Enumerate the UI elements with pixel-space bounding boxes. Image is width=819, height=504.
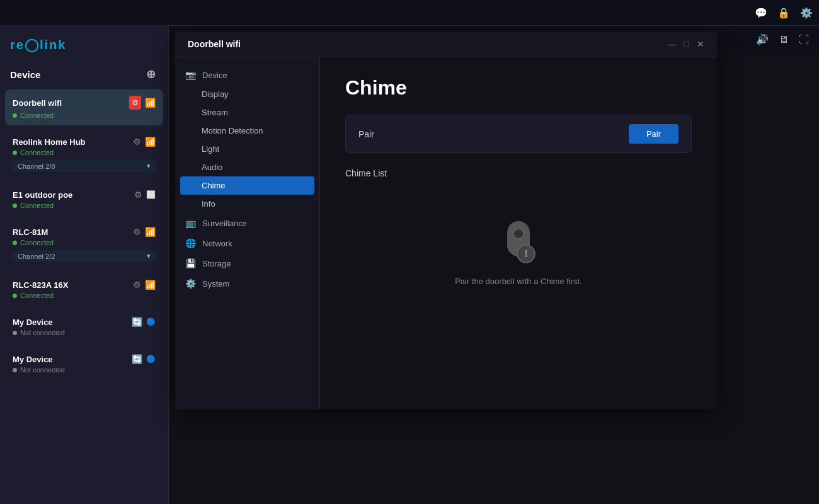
gear-icon[interactable]: ⚙️	[800, 7, 813, 19]
status-dot-e1	[13, 203, 17, 208]
gear-icon-e1[interactable]: ⚙	[134, 190, 142, 200]
refresh-icon-mydevice1[interactable]: 🔄	[132, 317, 142, 327]
nav-section-storage-label: Storage	[202, 259, 231, 268]
channel-select-hub[interactable]: Channel 2/8 ▾	[13, 160, 156, 172]
status-dot-doorbell	[13, 113, 17, 118]
window-controls: — □ ✕	[668, 39, 704, 49]
device-name-e1: E1 outdoor poe	[13, 190, 72, 200]
channel-label-rlc81m: Channel 2/2	[18, 253, 55, 260]
nav-section-surveillance[interactable]: 📺 Surveillance	[175, 213, 319, 233]
dialog: Doorbell wifi — □ ✕ 📷 Device	[175, 32, 717, 410]
device-name-doorbell: Doorbell wifi	[13, 98, 62, 108]
nav-item-chime[interactable]: Chime	[180, 176, 314, 195]
channel-label-hub: Channel 2/8	[18, 163, 55, 170]
top-bar-icons: 💬 🔒 ⚙️	[755, 7, 813, 19]
nav-section-device[interactable]: 📷 Device	[175, 65, 319, 85]
gear-icon-rlc823a[interactable]: ⚙	[133, 280, 141, 290]
add-device-button[interactable]: ⊕	[143, 67, 158, 82]
channel-select-rlc81m[interactable]: Channel 2/2 ▾	[13, 250, 156, 262]
app-logo: re◯link	[0, 25, 168, 62]
device-icons-hub: ⚙ 📶	[133, 137, 156, 147]
device-icons-rlc823a: ⚙ 📶	[133, 280, 156, 290]
nav-item-info[interactable]: Info	[175, 195, 319, 213]
signal-icon-doorbell: 📶	[145, 98, 156, 108]
signal-icon-hub: 📶	[145, 137, 156, 147]
status-dot-mydevice1	[13, 331, 17, 335]
maximize-button[interactable]: □	[684, 39, 689, 49]
minimize-button[interactable]: —	[668, 39, 677, 49]
pair-button[interactable]: Pair	[629, 124, 679, 144]
device-item-e1[interactable]: E1 outdoor poe ⚙ ⬜ Connected	[5, 183, 163, 215]
content-title: Chime	[345, 76, 692, 100]
device-item-mydevice2[interactable]: My Device 🔄 🔵 Not connected	[5, 348, 163, 380]
gear-icon-rlc81m[interactable]: ⚙	[133, 227, 141, 237]
signal-icon-rlc81m: 📶	[145, 227, 156, 237]
status-dot-rlc81m	[13, 241, 17, 245]
nav-item-light[interactable]: Light	[175, 140, 319, 158]
device-name-hub: Reolink Home Hub	[13, 137, 86, 147]
chime-list-label: Chime List	[345, 168, 692, 178]
device-icons-mydevice1: 🔄 🔵	[132, 317, 156, 327]
device-item-rlc81m[interactable]: RLC-81M ⚙ 📶 Connected Channel 2/2 ▾	[5, 220, 163, 268]
network-icon: 🌐	[185, 238, 196, 248]
gear-icon-doorbell[interactable]: ⚙	[129, 96, 141, 110]
device-icons-rlc81m: ⚙ 📶	[133, 227, 156, 237]
storage-icon: 💾	[185, 258, 196, 268]
sidebar-header: Device ⊕	[0, 62, 168, 87]
device-item-rlc823a[interactable]: RLC-823A 16X ⚙ 📶 Connected	[5, 273, 163, 306]
nav-section-network[interactable]: 🌐 Network	[175, 233, 319, 253]
lock-icon[interactable]: 🔒	[777, 7, 790, 19]
refresh-icon-mydevice2[interactable]: 🔄	[132, 354, 142, 364]
camera-icon: 📷	[185, 70, 196, 80]
nav-item-display[interactable]: Display	[175, 85, 319, 103]
nav-item-audio[interactable]: Audio	[175, 158, 319, 176]
nav-section-system-label: System	[202, 279, 229, 289]
content-area: Chime Pair Pair Chime List	[320, 57, 717, 410]
left-nav: 📷 Device Display Stream Motion Detection…	[175, 57, 320, 410]
chevron-icon-rlc81m: ▾	[147, 252, 151, 260]
nav-section-system[interactable]: ⚙️ System	[175, 273, 319, 294]
right-area: Doorbell wifi — □ ✕ 📷 Device	[169, 25, 819, 504]
chat-icon[interactable]: 💬	[755, 7, 767, 19]
nav-section-storage[interactable]: 💾 Storage	[175, 253, 319, 273]
device-item-doorbell[interactable]: Doorbell wifi ⚙ 📶 Connected	[5, 89, 163, 125]
dialog-body: 📷 Device Display Stream Motion Detection…	[175, 57, 717, 410]
dialog-header: Doorbell wifi — □ ✕	[175, 32, 717, 57]
nav-section-device-label: Device	[202, 71, 227, 80]
sidebar-section-label: Device	[10, 69, 40, 80]
device-item-mydevice1[interactable]: My Device 🔄 🔵 Not connected	[5, 311, 163, 343]
status-dot-mydevice2	[13, 368, 17, 372]
status-dot-rlc823a	[13, 294, 17, 298]
dialog-overlay: Doorbell wifi — □ ✕ 📷 Device	[169, 25, 819, 504]
toggle-icon-mydevice2: 🔵	[146, 355, 156, 364]
close-button[interactable]: ✕	[697, 39, 704, 49]
chime-empty-text: Pair the doorbell with a Chime first.	[455, 277, 582, 286]
svg-rect-3	[525, 249, 527, 255]
device-name-rlc823a: RLC-823A 16X	[13, 280, 68, 290]
chevron-icon-hub: ▾	[147, 162, 151, 170]
nav-section-network-label: Network	[202, 239, 232, 248]
status-dot-hub	[13, 151, 17, 155]
nav-section-surveillance-label: Surveillance	[202, 219, 247, 228]
dialog-title: Doorbell wifi	[188, 39, 241, 49]
chime-empty-state: Pair the doorbell with a Chime first.	[345, 191, 692, 311]
device-name-mydevice2: My Device	[13, 355, 53, 364]
nav-item-motion-detection[interactable]: Motion Detection	[175, 122, 319, 140]
status-text-rlc81m: Connected	[20, 239, 54, 246]
pair-label: Pair	[358, 129, 374, 139]
device-item-hub[interactable]: Reolink Home Hub ⚙ 📶 Connected Channel 2…	[5, 130, 163, 178]
toggle-icon-e1: ⬜	[146, 190, 156, 199]
surveillance-icon: 📺	[185, 218, 196, 228]
status-text-hub: Connected	[20, 149, 54, 156]
main-layout: re◯link Device ⊕ Doorbell wifi ⚙ 📶 Conne…	[0, 25, 819, 504]
status-text-rlc823a: Connected	[20, 292, 54, 299]
device-name-rlc81m: RLC-81M	[13, 227, 48, 237]
device-name-mydevice1: My Device	[13, 318, 53, 327]
device-icons-mydevice2: 🔄 🔵	[132, 354, 156, 364]
nav-item-stream[interactable]: Stream	[175, 103, 319, 122]
sidebar: re◯link Device ⊕ Doorbell wifi ⚙ 📶 Conne…	[0, 25, 169, 504]
svg-point-4	[525, 255, 527, 258]
gear-icon-hub[interactable]: ⚙	[133, 137, 141, 147]
signal-icon-rlc823a: 📶	[145, 280, 156, 290]
status-text-mydevice1: Not connected	[20, 329, 65, 336]
